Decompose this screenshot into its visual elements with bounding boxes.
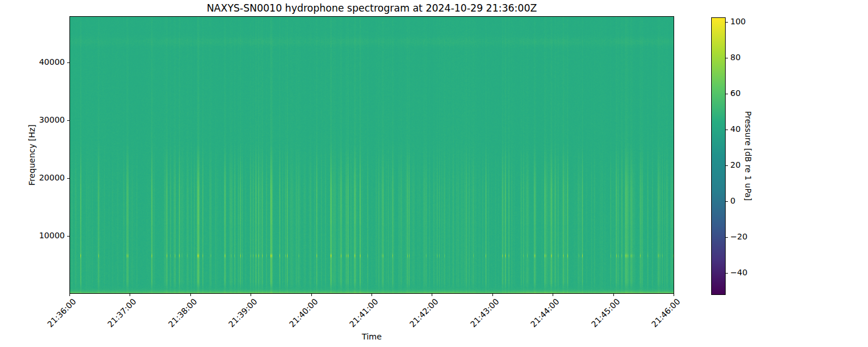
figure-root: NAXYS-SN0010 hydrophone spectrogram at 2… [0, 0, 868, 347]
y-axis-tick [67, 236, 69, 237]
colorbar-tick-label: 20 [730, 160, 741, 169]
y-axis-tick [67, 62, 69, 63]
x-axis-tick [190, 294, 191, 296]
y-axis-label: Frequency [Hz] [27, 97, 39, 213]
x-axis-tick [492, 294, 493, 296]
x-axis-tick [311, 294, 312, 296]
colorbar-tick [726, 22, 728, 23]
plot-title: NAXYS-SN0010 hydrophone spectrogram at 2… [69, 2, 674, 14]
colorbar-tick-label: 0 [730, 196, 735, 205]
x-axis-tick [674, 294, 674, 296]
spectrogram-plot-area [69, 16, 674, 294]
colorbar [711, 17, 726, 295]
colorbar-tick [726, 237, 728, 238]
x-axis-label: Time [69, 332, 674, 341]
spectrogram-canvas [70, 17, 674, 293]
x-axis-tick [130, 294, 130, 296]
colorbar-gradient [712, 18, 725, 294]
colorbar-tick-label: 60 [730, 88, 741, 98]
x-axis-tick [432, 294, 432, 296]
colorbar-tick [726, 130, 728, 130]
x-axis-tick [251, 294, 251, 296]
colorbar-tick [726, 94, 728, 94]
colorbar-tick [726, 165, 728, 166]
colorbar-tick [726, 58, 728, 58]
colorbar-tick [726, 201, 728, 202]
colorbar-tick-label: 40 [730, 124, 741, 134]
colorbar-label: Pressure [dB re 1 uPa] [743, 17, 753, 295]
y-axis-tick-label: 40000 [31, 57, 65, 67]
colorbar-tick [726, 273, 728, 274]
x-axis-tick [553, 294, 553, 296]
y-axis-tick [67, 120, 69, 121]
x-axis-tick [372, 294, 372, 296]
colorbar-tick-label: 80 [730, 53, 741, 62]
y-axis-tick [67, 178, 69, 179]
x-axis-tick [69, 294, 70, 296]
y-axis-tick-label: 10000 [31, 231, 65, 240]
x-axis-tick [613, 294, 614, 296]
